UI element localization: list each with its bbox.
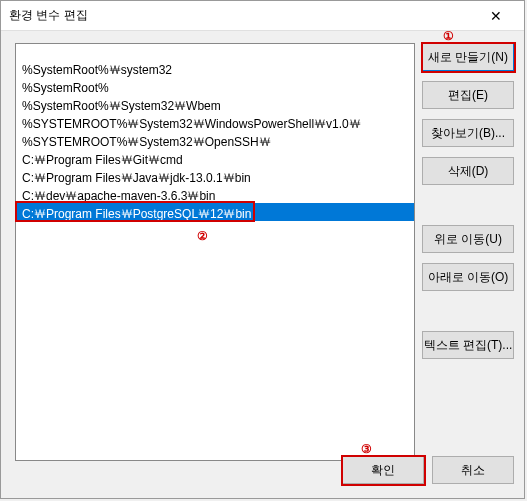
path-listbox[interactable]: %SystemRoot%￦system32%SystemRoot%%System…	[15, 43, 415, 461]
titlebar: 환경 변수 편집 ✕	[1, 1, 524, 31]
moveup-button[interactable]: 위로 이동(U)	[422, 225, 514, 253]
list-content: %SystemRoot%￦system32%SystemRoot%%System…	[16, 44, 414, 221]
new-button[interactable]: 새로 만들기(N)	[422, 43, 514, 71]
list-item[interactable]: %SYSTEMROOT%￦System32￦OpenSSH￦	[16, 131, 414, 149]
list-item[interactable]: %SystemRoot%	[16, 77, 414, 95]
edittext-button[interactable]: 텍스트 편집(T)...	[422, 331, 514, 359]
annotation-3: ③	[361, 442, 372, 456]
button-column: 새로 만들기(N) 편집(E) 찾아보기(B)... 삭제(D) 위로 이동(U…	[422, 43, 514, 369]
close-icon: ✕	[490, 8, 502, 24]
annotation-1: ①	[443, 29, 454, 43]
annotation-2: ②	[197, 229, 208, 243]
movedown-button[interactable]: 아래로 이동(O)	[422, 263, 514, 291]
window-title: 환경 변수 편집	[9, 7, 476, 24]
bottom-buttons: 확인 취소	[342, 456, 514, 484]
close-button[interactable]: ✕	[476, 2, 516, 30]
ok-button[interactable]: 확인	[342, 456, 424, 484]
delete-button[interactable]: 삭제(D)	[422, 157, 514, 185]
edit-button[interactable]: 편집(E)	[422, 81, 514, 109]
list-item[interactable]: C:￦Program Files￦PostgreSQL￦12￦bin	[16, 203, 414, 221]
list-item[interactable]: C:￦dev￦apache-maven-3.6.3￦bin	[16, 185, 414, 203]
dialog-body: %SystemRoot%￦system32%SystemRoot%%System…	[1, 31, 524, 498]
list-item[interactable]: C:￦Program Files￦Git￦cmd	[16, 149, 414, 167]
list-item[interactable]: %SYSTEMROOT%￦System32￦WindowsPowerShell￦…	[16, 113, 414, 131]
env-var-edit-dialog: 환경 변수 편집 ✕ %SystemRoot%￦system32%SystemR…	[0, 0, 525, 499]
browse-button[interactable]: 찾아보기(B)...	[422, 119, 514, 147]
cancel-button[interactable]: 취소	[432, 456, 514, 484]
list-item[interactable]: C:￦Program Files￦Java￦jdk-13.0.1￦bin	[16, 167, 414, 185]
list-item[interactable]: %SystemRoot%￦System32￦Wbem	[16, 95, 414, 113]
list-item[interactable]: %SystemRoot%￦system32	[16, 59, 414, 77]
